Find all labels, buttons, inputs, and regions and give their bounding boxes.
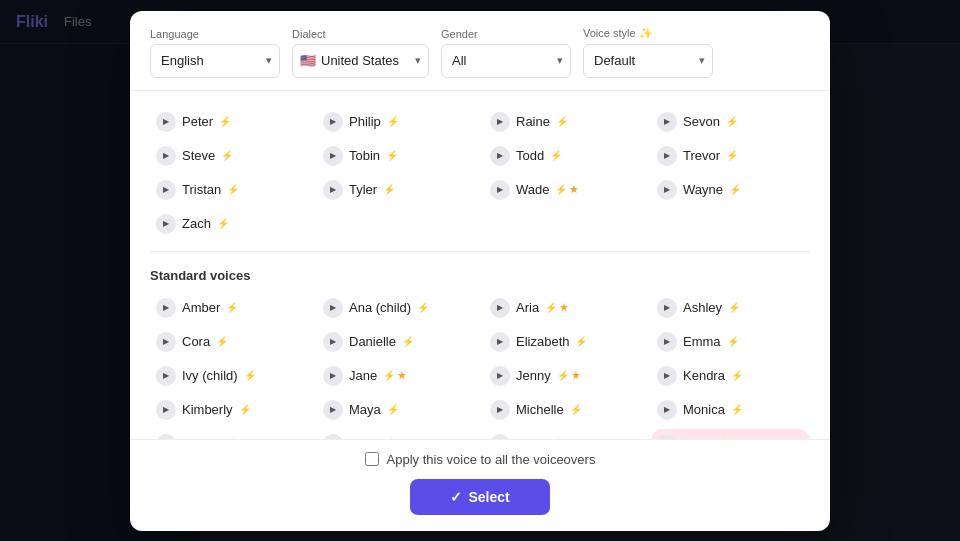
- voice-item[interactable]: ▶Sevon⚡: [651, 107, 810, 137]
- voice-item[interactable]: ▶Monica⚡: [651, 395, 810, 425]
- play-button[interactable]: ▶: [323, 366, 343, 386]
- voice-icons: ⚡: [383, 184, 395, 195]
- voice-name: Trevor: [683, 148, 720, 163]
- voice-item[interactable]: ▶Tobin⚡: [317, 141, 476, 171]
- voice-name: Danielle: [349, 334, 396, 349]
- play-button[interactable]: ▶: [490, 112, 510, 132]
- quality-icon: ⚡: [219, 116, 231, 127]
- play-button[interactable]: ▶: [156, 112, 176, 132]
- voice-name: Monica: [683, 402, 725, 417]
- apply-all-checkbox[interactable]: [365, 452, 379, 466]
- voice-item[interactable]: ▶Cora⚡: [150, 327, 309, 357]
- voice-item[interactable]: ▶Wade⚡★: [484, 175, 643, 205]
- play-button[interactable]: ▶: [657, 180, 677, 200]
- voice-icons: ⚡★: [557, 369, 581, 382]
- voice-name: Tristan: [182, 182, 221, 197]
- select-button[interactable]: ✓ Select: [410, 479, 549, 515]
- modal-body: ▶Peter⚡▶Philip⚡▶Raine⚡▶Sevon⚡▶Steve⚡▶Tob…: [130, 91, 830, 439]
- quality-icon: ⚡: [570, 404, 582, 415]
- voice-item[interactable]: ▶Pam⚡: [317, 429, 476, 439]
- play-button[interactable]: ▶: [490, 366, 510, 386]
- voice-icons: ⚡: [239, 404, 251, 415]
- play-button[interactable]: ▶: [156, 180, 176, 200]
- voice-item[interactable]: ▶Todd⚡: [484, 141, 643, 171]
- voice-icons: ⚡: [729, 184, 741, 195]
- play-button[interactable]: ▶: [156, 366, 176, 386]
- voice-icons: ⚡: [226, 302, 238, 313]
- play-button[interactable]: ▶: [156, 214, 176, 234]
- voice-item[interactable]: ▶Jenny⚡★: [484, 361, 643, 391]
- voice-style-select[interactable]: Default: [583, 44, 713, 78]
- play-button[interactable]: ▶: [490, 400, 510, 420]
- voice-item[interactable]: ▶Maya⚡: [317, 395, 476, 425]
- voice-item[interactable]: ▶Amber⚡: [150, 293, 309, 323]
- quality-icon: ⚡: [244, 370, 256, 381]
- voice-item[interactable]: ▶Tristan⚡: [150, 175, 309, 205]
- voice-name: Philip: [349, 114, 381, 129]
- voice-item[interactable]: ▶Tyler⚡: [317, 175, 476, 205]
- voice-item[interactable]: ▶Raine⚡: [484, 107, 643, 137]
- play-button[interactable]: ▶: [323, 180, 343, 200]
- play-button[interactable]: ▶: [490, 298, 510, 318]
- quality-icon: ⚡: [550, 150, 562, 161]
- play-button[interactable]: ▶: [323, 146, 343, 166]
- voice-item[interactable]: ▶Sara⚡♥: [651, 429, 810, 439]
- voice-item[interactable]: ▶Danielle⚡: [317, 327, 476, 357]
- quality-icon: ⚡: [383, 184, 395, 195]
- voice-icons: ⚡: [216, 336, 228, 347]
- voice-name: Jenny: [516, 368, 551, 383]
- voice-item[interactable]: ▶Trevor⚡: [651, 141, 810, 171]
- dialect-select[interactable]: United States: [292, 44, 429, 78]
- quality-icon: ⚡: [239, 404, 251, 415]
- voice-item[interactable]: ▶Ivy (child)⚡: [150, 361, 309, 391]
- star-icon: ★: [397, 369, 407, 382]
- play-button[interactable]: ▶: [657, 400, 677, 420]
- play-button[interactable]: ▶: [323, 400, 343, 420]
- voice-icons: ⚡: [219, 116, 231, 127]
- voice-item[interactable]: ▶Jane⚡★: [317, 361, 476, 391]
- play-button[interactable]: ▶: [323, 112, 343, 132]
- voice-item[interactable]: ▶Aria⚡★: [484, 293, 643, 323]
- play-button[interactable]: ▶: [490, 180, 510, 200]
- voice-item[interactable]: ▶Kimberly⚡: [150, 395, 309, 425]
- voice-item[interactable]: ▶Zach⚡: [150, 209, 309, 239]
- voice-item[interactable]: ▶Emma⚡: [651, 327, 810, 357]
- play-button[interactable]: ▶: [323, 298, 343, 318]
- star-icon: ★: [569, 183, 579, 196]
- voice-item[interactable]: ▶Ana (child)⚡: [317, 293, 476, 323]
- play-button[interactable]: ▶: [657, 298, 677, 318]
- voice-item[interactable]: ▶Kendra⚡: [651, 361, 810, 391]
- voice-item[interactable]: ▶Ruth⚡: [484, 429, 643, 439]
- voice-item[interactable]: ▶Michelle⚡: [484, 395, 643, 425]
- voice-name: Raine: [516, 114, 550, 129]
- quality-icon: ⚡: [575, 336, 587, 347]
- play-button[interactable]: ▶: [490, 332, 510, 352]
- quality-icon: ⚡: [216, 336, 228, 347]
- voice-icons: ⚡: [387, 404, 399, 415]
- play-button[interactable]: ▶: [156, 146, 176, 166]
- voice-item[interactable]: ▶Ashley⚡: [651, 293, 810, 323]
- voice-item[interactable]: ▶Peter⚡: [150, 107, 309, 137]
- play-button[interactable]: ▶: [490, 146, 510, 166]
- play-button[interactable]: ▶: [156, 332, 176, 352]
- dialect-filter-group: Dialect United States: [292, 28, 429, 78]
- voice-item[interactable]: ▶Nancy⚡★: [150, 429, 309, 439]
- voice-item[interactable]: ▶Elizabeth⚡: [484, 327, 643, 357]
- play-button[interactable]: ▶: [657, 366, 677, 386]
- language-select[interactable]: English: [150, 44, 280, 78]
- voice-item[interactable]: ▶Wayne⚡: [651, 175, 810, 205]
- quality-icon: ⚡: [545, 302, 557, 313]
- voice-name: Amber: [182, 300, 220, 315]
- voice-icons: ⚡: [221, 150, 233, 161]
- play-button[interactable]: ▶: [156, 400, 176, 420]
- play-button[interactable]: ▶: [323, 332, 343, 352]
- voice-name: Zach: [182, 216, 211, 231]
- gender-select[interactable]: All: [441, 44, 571, 78]
- play-button[interactable]: ▶: [657, 332, 677, 352]
- voice-name: Cora: [182, 334, 210, 349]
- voice-item[interactable]: ▶Philip⚡: [317, 107, 476, 137]
- voice-item[interactable]: ▶Steve⚡: [150, 141, 309, 171]
- play-button[interactable]: ▶: [156, 298, 176, 318]
- play-button[interactable]: ▶: [657, 112, 677, 132]
- play-button[interactable]: ▶: [657, 146, 677, 166]
